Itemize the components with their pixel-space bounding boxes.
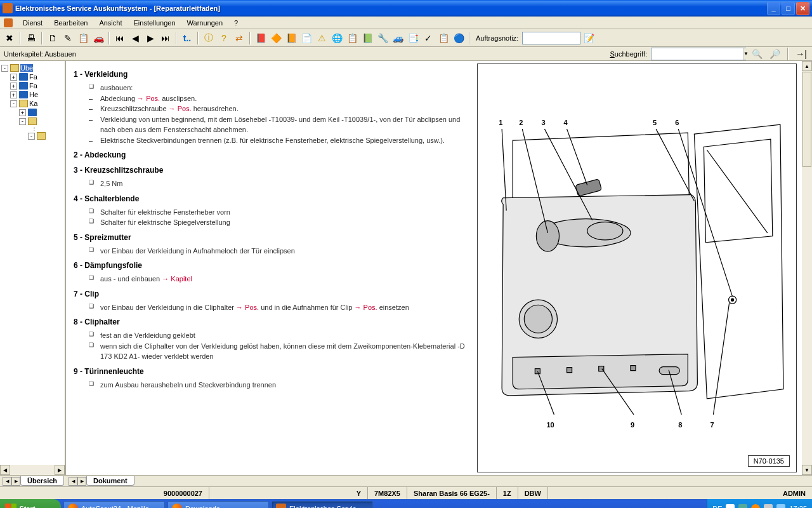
- search-btn3[interactable]: →|: [794, 47, 808, 61]
- link-pos[interactable]: → Pos.: [137, 95, 160, 102]
- tree-root-label: Übe: [20, 64, 33, 72]
- tb-last[interactable]: ⏭: [159, 31, 173, 45]
- tb-b10[interactable]: 🚙: [391, 31, 405, 45]
- tb-b9[interactable]: 🔧: [376, 31, 390, 45]
- maximize-button[interactable]: □: [782, 2, 795, 15]
- tab-nav-left[interactable]: ◀: [3, 477, 11, 486]
- menu-dienst[interactable]: Dienst: [18, 18, 48, 28]
- tb-b3[interactable]: 📙: [284, 31, 298, 45]
- scroll-up[interactable]: ▲: [802, 61, 812, 71]
- content-scrollbar[interactable]: ▲ ▼: [802, 61, 812, 475]
- tb-b6[interactable]: 🌐: [330, 31, 344, 45]
- tb-edit[interactable]: ✎: [61, 31, 75, 45]
- tb-first[interactable]: ⏮: [113, 31, 127, 45]
- tb-prev[interactable]: ◀: [128, 31, 142, 45]
- tab-nav-left[interactable]: ◀: [69, 477, 77, 486]
- menu-bearbeiten[interactable]: Bearbeiten: [49, 18, 93, 28]
- tb-next[interactable]: ▶: [143, 31, 157, 45]
- task-3[interactable]: Elektronisches Servic...: [272, 501, 373, 508]
- tree-item-1[interactable]: + Fa: [1, 81, 63, 90]
- link-pos[interactable]: → Pos.: [355, 304, 377, 311]
- tb-print[interactable]: 🖶: [24, 31, 38, 45]
- diagram-pane: 1 2 3 4 5 6 10 9 8 7 N70-0135: [477, 64, 797, 472]
- tray-icon-5[interactable]: [776, 504, 785, 508]
- systray: DE 17:25: [707, 499, 812, 508]
- tb-clipboard[interactable]: 📋: [76, 31, 90, 45]
- menu-ansicht[interactable]: Ansicht: [94, 18, 127, 28]
- clock[interactable]: 17:25: [789, 505, 807, 508]
- tree-sub-1[interactable]: +: [1, 108, 63, 117]
- tree-toggle-icon[interactable]: -: [28, 133, 35, 140]
- scroll-thumb[interactable]: [802, 72, 811, 167]
- menu-help[interactable]: ?: [229, 18, 243, 28]
- tab-nav-right[interactable]: ▶: [11, 477, 20, 486]
- tb-delete[interactable]: ✖: [3, 31, 16, 45]
- tb-b7[interactable]: 📋: [345, 31, 359, 45]
- tb-b8[interactable]: 📗: [360, 31, 374, 45]
- sidebar: - Übe + Fa + Fa + He - Ka: [0, 61, 66, 475]
- tb-b14[interactable]: 🔵: [452, 31, 466, 45]
- scroll-left[interactable]: ◀: [0, 465, 10, 475]
- tree-item-3[interactable]: - Ka: [1, 99, 63, 108]
- tb-b13[interactable]: 📋: [436, 31, 450, 45]
- tree-item-0[interactable]: + Fa: [1, 72, 63, 81]
- tree-toggle-icon[interactable]: -: [19, 118, 26, 125]
- tb-b11[interactable]: 📑: [406, 31, 420, 45]
- tree-item-2[interactable]: + He: [1, 90, 63, 99]
- tree-toggle-icon[interactable]: -: [10, 100, 17, 107]
- tab-nav-right[interactable]: ▶: [77, 477, 86, 486]
- search-field[interactable]: ▼: [651, 48, 746, 60]
- tray-icon-4[interactable]: [764, 504, 773, 508]
- tb-t[interactable]: t..: [180, 31, 194, 45]
- tb-info[interactable]: ⓘ: [202, 31, 216, 45]
- task-2[interactable]: Downloads: [167, 501, 269, 508]
- lang-indicator[interactable]: DE: [712, 505, 722, 508]
- link-pos[interactable]: → Pos.: [236, 304, 259, 311]
- tab-document[interactable]: Dokument: [86, 476, 134, 486]
- tree-toggle[interactable]: -: [1, 65, 8, 72]
- tb-help[interactable]: ?: [217, 31, 231, 45]
- search-btn2[interactable]: 🔎: [768, 47, 782, 61]
- auftragsnotiz-label: Auftragsnotiz:: [476, 34, 518, 42]
- tb-doc[interactable]: 🗋: [46, 31, 60, 45]
- tb-b1[interactable]: 📕: [254, 31, 268, 45]
- tray-icon-2[interactable]: [738, 504, 747, 508]
- search-btn1[interactable]: 🔍: [750, 47, 764, 61]
- tb-swap[interactable]: ⇄: [232, 31, 246, 45]
- search-input[interactable]: [652, 50, 743, 58]
- task-1[interactable]: AutoScout24 - Mozilla...: [63, 501, 165, 508]
- sidebar-scrollbar[interactable]: ◀ ▶: [0, 465, 65, 475]
- start-button[interactable]: Start: [0, 499, 61, 508]
- tb-b4[interactable]: 📄: [299, 31, 313, 45]
- tree-toggle-icon[interactable]: +: [10, 91, 17, 98]
- tray-icon-1[interactable]: [726, 504, 735, 508]
- menu-einstellungen[interactable]: Einstellungen: [128, 18, 180, 28]
- tree-toggle-icon[interactable]: +: [10, 74, 17, 81]
- tree-toggle-icon[interactable]: +: [10, 83, 17, 90]
- search-dropdown[interactable]: ▼: [743, 48, 749, 60]
- tree-sub-3[interactable]: -: [1, 131, 63, 140]
- tree-root[interactable]: - Übe: [1, 64, 63, 72]
- tb-car[interactable]: 🚗: [91, 31, 105, 45]
- scroll-track[interactable]: [10, 465, 55, 475]
- tree-label: Fa: [29, 73, 37, 81]
- tree-sub-2[interactable]: -: [1, 117, 63, 126]
- tab-overview[interactable]: Übersich: [20, 476, 64, 486]
- menu-warnungen[interactable]: Warnungen: [182, 18, 228, 28]
- tb-b2[interactable]: 🔶: [269, 31, 283, 45]
- tray-icon-3[interactable]: [751, 504, 760, 508]
- status-z: 1Z: [497, 487, 518, 499]
- scroll-right[interactable]: ▶: [55, 465, 65, 475]
- status-num: 9000000027: [0, 487, 209, 499]
- close-button[interactable]: ✕: [796, 2, 809, 15]
- tree-toggle-icon[interactable]: +: [19, 109, 26, 116]
- auftragsnotiz-input[interactable]: [522, 32, 580, 44]
- scroll-down[interactable]: ▼: [802, 465, 812, 475]
- tb-notepad[interactable]: 📝: [582, 31, 596, 45]
- minimize-button[interactable]: _: [767, 2, 780, 15]
- link-pos[interactable]: → Pos.: [169, 105, 192, 112]
- link-kapitel[interactable]: → Kapitel: [162, 275, 192, 283]
- tb-b12[interactable]: ✓: [421, 31, 435, 45]
- scroll-track[interactable]: [802, 168, 812, 465]
- tb-b5[interactable]: ⚠: [315, 31, 329, 45]
